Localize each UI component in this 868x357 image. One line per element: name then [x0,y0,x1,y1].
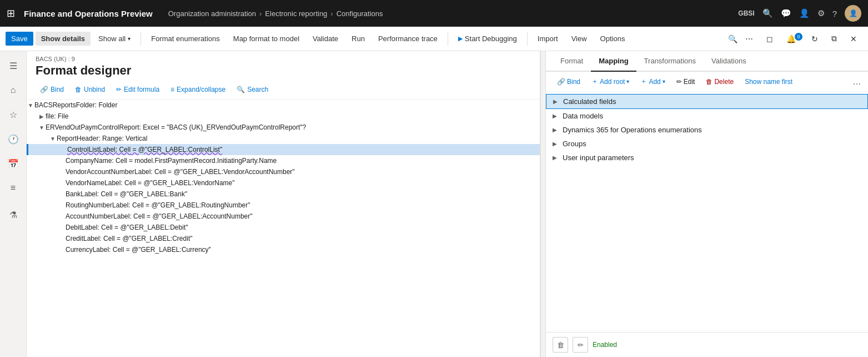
toolbar-popout-btn[interactable]: ⧉ [826,31,842,46]
right-tree-item-label: Calculated fields [563,97,616,106]
chevron-icon-2: › [330,9,333,18]
nav-item-3[interactable]: Configurations [337,9,383,18]
tree-item[interactable]: VendorNameLabel: Cell = @"GER_LABEL:Vend… [27,177,540,189]
toolbar-extra-btn-1[interactable]: ⋯ [740,32,759,46]
settings-icon[interactable]: ⚙ [817,8,825,18]
tree-item-label: DebitLabel: Cell = @"GER_LABEL:Debit" [66,224,188,231]
add-root-icon: ＋ [591,77,598,86]
tree-item[interactable]: DebitLabel: Cell = @"GER_LABEL:Debit" [27,222,540,233]
right-tree-toggle-icon[interactable]: ▶ [553,98,561,105]
sidebar-calendar-icon[interactable]: 📅 [3,153,23,173]
right-tree-item[interactable]: ▶ Groups [546,137,868,151]
show-name-first-button[interactable]: Show name first [740,76,797,87]
bind-icon: 🔗 [40,86,48,93]
tree-toggle-icon[interactable]: ▼ [38,125,46,131]
performance-trace-button[interactable]: Performance trace [373,32,443,46]
expand-icon: ≡ [170,86,174,93]
user-circle-icon[interactable]: 👤 [799,8,810,18]
toolbar-notification-btn[interactable]: 🔔0 [781,32,804,46]
tree-item[interactable]: CreditLabel: Cell = @"GER_LABEL:Credit" [27,233,540,244]
tree-item-label: AccountNumberLabel: Cell = @"GER_LABEL:A… [66,212,253,220]
search-button[interactable]: 🔍 Search [232,83,273,96]
start-debugging-button[interactable]: ▶ Start Debugging [453,32,523,46]
sidebar-home-icon[interactable]: ⌂ [3,80,23,100]
nav-item-2[interactable]: Electronic reporting [265,9,327,18]
right-delete-button[interactable]: 🗑 Delete [701,76,738,87]
show-details-button[interactable]: Show details [36,32,91,46]
sidebar-star-icon[interactable]: ☆ [3,105,23,125]
right-bind-icon: 🔗 [557,78,565,86]
tree-item[interactable]: ▼ ERVendOutPaymControlReport: Excel = "B… [27,122,540,133]
nav-item-1[interactable]: Organization administration [168,9,256,18]
right-tab-validations[interactable]: Validations [704,51,754,72]
add-button[interactable]: ＋ Add ▾ [636,75,669,88]
vertical-scrollbar[interactable] [540,51,546,357]
chat-icon[interactable]: 💬 [781,8,791,18]
right-tab-mapping[interactable]: Mapping [591,51,636,72]
options-button[interactable]: Options [595,32,631,46]
format-enumerations-button[interactable]: Format enumerations [145,32,225,46]
right-bind-button[interactable]: 🔗 Bind [553,76,585,87]
right-tab-transformations[interactable]: Transformations [636,51,704,72]
right-bottom-edit-button[interactable]: ✏ [573,337,588,353]
right-tree-item[interactable]: ▶ Data models [546,109,868,123]
tree-item[interactable]: RoutingNumberLabel: Cell = @"GER_LABEL:R… [27,200,540,211]
view-button[interactable]: View [566,32,593,46]
save-button[interactable]: Save [6,32,33,46]
bind-button[interactable]: 🔗 Bind [36,83,68,96]
show-all-button[interactable]: Show all ▾ [93,32,136,46]
tree-item[interactable]: ▶ file: File [27,111,540,122]
right-tree-toggle-icon[interactable]: ▶ [553,113,560,119]
chevron-icon-1: › [259,9,262,18]
tree-item-label: CurrencyLabel: Cell = @"GER_LABEL:Curren… [66,246,211,254]
expand-collapse-button[interactable]: ≡ Expand/collapse [166,83,230,96]
tree-item[interactable]: AccountNumberLabel: Cell = @"GER_LABEL:A… [27,211,540,222]
run-button[interactable]: Run [346,32,370,46]
tree-item[interactable]: ControlListLabel: Cell = @"GER_LABEL:Con… [27,144,540,155]
tree-toggle-icon[interactable]: ▼ [27,102,34,108]
map-format-button[interactable]: Map format to model [228,32,305,46]
toolbar-extra-btn-2[interactable]: ◻ [761,32,779,46]
tree-item[interactable]: ▼ ReportHeader: Range: Vertical [27,133,540,144]
sidebar-filter-icon[interactable]: ⚗ [3,205,23,225]
right-tree-item[interactable]: ▶ User input parameters [546,151,868,165]
search-icon[interactable]: 🔍 [762,8,773,18]
tree-item[interactable]: VendorAccountNumberLabel: Cell = @"GER_L… [27,166,540,177]
tree-item[interactable]: CompanyName: Cell = model.FirstPaymentRe… [27,155,540,166]
edit-formula-button[interactable]: ✏ Edit formula [112,83,164,96]
toolbar-close-btn[interactable]: ✕ [845,32,862,46]
toolbar-search-icon[interactable]: 🔍 [728,34,737,43]
page-title: Format designer [36,63,531,78]
tree-item[interactable]: CurrencyLabel: Cell = @"GER_LABEL:Curren… [27,244,540,255]
status-badge: Enabled [593,341,617,349]
tree-item-label: CompanyName: Cell = model.FirstPaymentRe… [66,157,277,165]
right-tree-toggle-icon[interactable]: ▶ [553,127,560,133]
sidebar-clock-icon[interactable]: 🕐 [3,129,23,149]
right-tab-format[interactable]: Format [553,51,591,72]
right-edit-button[interactable]: ✏ Edit [672,76,700,87]
validate-button[interactable]: Validate [307,32,344,46]
import-button[interactable]: Import [532,32,564,46]
tree-item-label: ReportHeader: Range: Vertical [57,135,147,142]
tree-toggle-icon[interactable]: ▼ [49,136,57,142]
show-all-dropdown-arrow: ▾ [128,36,131,42]
right-tree-item[interactable]: ▶ Calculated fields [546,94,868,109]
tree-content: ▼ BACSReportsFolder: Folder ▶ file: File… [27,100,540,357]
unbind-button[interactable]: 🗑 Unbind [71,83,109,96]
tree-item[interactable]: BankLabel: Cell = @"GER_LABEL:Bank" [27,189,540,200]
right-tree-item[interactable]: ▶ Dynamics 365 for Operations enumeratio… [546,123,868,137]
right-bottom-delete-button[interactable]: 🗑 [553,337,568,353]
right-tree-toggle-icon[interactable]: ▶ [553,155,560,161]
help-icon[interactable]: ? [832,9,837,18]
right-more-options-button[interactable]: … [852,77,861,87]
sidebar-hamburger-icon[interactable]: ☰ [3,56,23,76]
avatar[interactable]: 👤 [845,5,861,22]
toolbar-refresh-btn[interactable]: ↻ [806,32,824,46]
tree-toggle-icon[interactable]: ▶ [38,113,46,120]
app-grid-icon[interactable]: ⊞ [7,7,15,19]
add-root-button[interactable]: ＋ Add root ▾ [587,75,634,88]
tree-item[interactable]: ▼ BACSReportsFolder: Folder [27,100,540,111]
right-tree-toggle-icon[interactable]: ▶ [553,141,560,147]
separator-2 [448,32,448,46]
sidebar-list-icon[interactable]: ≡ [3,178,23,198]
